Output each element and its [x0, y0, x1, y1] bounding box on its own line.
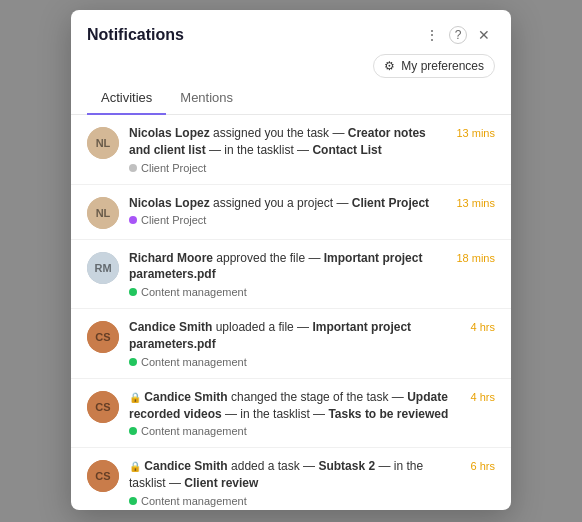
tabs-container: Activities Mentions — [71, 82, 511, 115]
notif-project: Client Project — [129, 162, 446, 174]
avatar: CS — [87, 460, 119, 492]
notif-text: Richard Moore approved the file — Import… — [129, 250, 446, 284]
project-dot — [129, 497, 137, 505]
project-dot — [129, 164, 137, 172]
notif-content: 🔒 Candice Smith added a task — Subtask 2… — [129, 458, 461, 507]
notif-time: 4 hrs — [471, 391, 495, 403]
modal-overlay: Notifications ⋮ ? ✕ ⚙ My preferences Act… — [0, 0, 582, 522]
project-dot — [129, 427, 137, 435]
project-label: Content management — [141, 356, 247, 368]
notification-item[interactable]: CS 🔒 Candice Smith added a task — Subtas… — [71, 448, 511, 510]
notif-content: Nicolas Lopez assigned you the task — Cr… — [129, 125, 446, 174]
notification-item[interactable]: NL Nicolas Lopez assigned you a project … — [71, 185, 511, 240]
notif-project: Content management — [129, 286, 446, 298]
project-label: Client Project — [141, 214, 206, 226]
notif-text: Nicolas Lopez assigned you the task — Cr… — [129, 125, 446, 159]
notif-time: 6 hrs — [471, 460, 495, 472]
project-label: Content management — [141, 286, 247, 298]
notif-time: 13 mins — [456, 197, 495, 209]
modal-title: Notifications — [87, 26, 184, 44]
notif-text: Candice Smith uploaded a file — Importan… — [129, 319, 461, 353]
notif-project: Client Project — [129, 214, 446, 226]
modal-header: Notifications ⋮ ? ✕ — [71, 10, 511, 46]
notifications-list: NL Nicolas Lopez assigned you the task —… — [71, 115, 511, 510]
my-preferences-button[interactable]: ⚙ My preferences — [373, 54, 495, 78]
notif-time: 4 hrs — [471, 321, 495, 333]
svg-text:NL: NL — [96, 207, 111, 219]
notif-time: 13 mins — [456, 127, 495, 139]
notifications-modal: Notifications ⋮ ? ✕ ⚙ My preferences Act… — [71, 10, 511, 510]
preferences-row: ⚙ My preferences — [71, 46, 511, 82]
help-button[interactable]: ? — [449, 26, 467, 44]
tab-mentions[interactable]: Mentions — [166, 82, 247, 115]
notification-item[interactable]: CS Candice Smith uploaded a file — Impor… — [71, 309, 511, 379]
svg-text:CS: CS — [95, 331, 110, 343]
notif-project: Content management — [129, 425, 461, 437]
notif-text: 🔒 Candice Smith added a task — Subtask 2… — [129, 458, 461, 492]
project-label: Content management — [141, 495, 247, 507]
svg-text:CS: CS — [95, 470, 110, 482]
notif-content: Richard Moore approved the file — Import… — [129, 250, 446, 299]
notification-item[interactable]: CS 🔒 Candice Smith changed the stage of … — [71, 379, 511, 449]
notif-text: 🔒 Candice Smith changed the stage of the… — [129, 389, 461, 423]
gear-icon: ⚙ — [384, 59, 395, 73]
close-button[interactable]: ✕ — [473, 24, 495, 46]
svg-text:NL: NL — [96, 137, 111, 149]
avatar: CS — [87, 321, 119, 353]
project-dot — [129, 288, 137, 296]
notif-text: Nicolas Lopez assigned you a project — C… — [129, 195, 446, 212]
dots-menu-button[interactable]: ⋮ — [421, 24, 443, 46]
project-dot — [129, 358, 137, 366]
notification-item[interactable]: NL Nicolas Lopez assigned you the task —… — [71, 115, 511, 185]
project-label: Content management — [141, 425, 247, 437]
svg-text:CS: CS — [95, 401, 110, 413]
notification-item[interactable]: RM Richard Moore approved the file — Imp… — [71, 240, 511, 310]
tab-activities[interactable]: Activities — [87, 82, 166, 115]
avatar: CS — [87, 391, 119, 423]
project-label: Client Project — [141, 162, 206, 174]
avatar: NL — [87, 127, 119, 159]
notif-project: Content management — [129, 495, 461, 507]
notif-content: Candice Smith uploaded a file — Importan… — [129, 319, 461, 368]
avatar: NL — [87, 197, 119, 229]
preferences-label: My preferences — [401, 59, 484, 73]
notif-time: 18 mins — [456, 252, 495, 264]
header-icons: ⋮ ? ✕ — [421, 24, 495, 46]
notif-content: Nicolas Lopez assigned you a project — C… — [129, 195, 446, 227]
notif-project: Content management — [129, 356, 461, 368]
project-dot — [129, 216, 137, 224]
notif-content: 🔒 Candice Smith changed the stage of the… — [129, 389, 461, 438]
avatar: RM — [87, 252, 119, 284]
svg-text:RM: RM — [94, 262, 111, 274]
